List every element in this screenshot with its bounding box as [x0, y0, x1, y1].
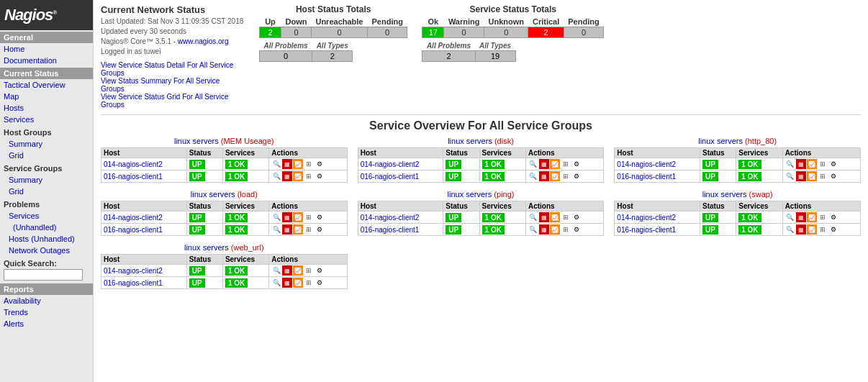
group-name-link[interactable]: linux servers	[702, 190, 747, 199]
link-service-grid[interactable]: View Service Status Grid For All Service…	[101, 93, 245, 109]
trend-icon[interactable]: 📈	[807, 159, 817, 169]
group-name-link[interactable]: linux servers	[191, 190, 235, 199]
sidebar-item-problems-unhandled[interactable]: (Unhandled)	[0, 222, 93, 233]
sidebar-item-hostgroups-summary[interactable]: Summary	[0, 138, 93, 150]
trend-icon[interactable]: 📈	[550, 212, 560, 222]
host-link[interactable]: 014-nagios-client2	[361, 160, 420, 168]
chart-icon[interactable]: ▦	[282, 171, 292, 181]
chart-icon[interactable]: ▦	[539, 171, 549, 181]
host-val-pending[interactable]: 0	[367, 27, 407, 38]
svc-val-pending[interactable]: 0	[564, 27, 603, 38]
config-icon[interactable]: ⚙	[828, 171, 838, 181]
chart-icon[interactable]: ▦	[282, 159, 292, 169]
grid-icon[interactable]: ⊞	[304, 159, 314, 169]
chart-icon[interactable]: ▦	[796, 224, 806, 235]
chart-icon[interactable]: ▦	[796, 159, 806, 169]
config-icon[interactable]: ⚙	[828, 159, 838, 169]
trend-icon[interactable]: 📈	[293, 278, 303, 288]
trend-icon[interactable]: 📈	[293, 159, 303, 169]
config-icon[interactable]: ⚙	[315, 171, 325, 181]
svc-val-critical[interactable]: 2	[528, 27, 564, 38]
host-link[interactable]: 016-nagios-client1	[617, 173, 676, 181]
services-badge[interactable]: 1 OK	[225, 213, 248, 222]
chart-icon[interactable]: ▦	[539, 212, 549, 222]
config-icon[interactable]: ⚙	[315, 278, 325, 288]
search-icon[interactable]: 🔍	[528, 212, 538, 222]
services-badge[interactable]: 1 OK	[482, 213, 505, 222]
search-icon[interactable]: 🔍	[785, 171, 795, 181]
group-name-link[interactable]: linux servers	[698, 137, 743, 145]
host-link[interactable]: 016-nagios-client1	[104, 226, 163, 234]
services-badge[interactable]: 1 OK	[482, 160, 505, 169]
host-link[interactable]: 016-nagios-client1	[361, 173, 420, 181]
trend-icon[interactable]: 📈	[293, 265, 303, 276]
grid-icon[interactable]: ⊞	[304, 171, 314, 181]
sidebar-item-tactical-overview[interactable]: Tactical Overview	[0, 79, 93, 91]
search-icon[interactable]: 🔍	[271, 224, 281, 235]
sidebar-item-servicegroups-grid[interactable]: Grid	[0, 186, 93, 197]
host-link[interactable]: 016-nagios-client1	[361, 226, 420, 234]
chart-icon[interactable]: ▦	[282, 224, 292, 235]
sidebar-item-network-outages[interactable]: Network Outages	[0, 245, 93, 256]
grid-icon[interactable]: ⊞	[818, 171, 828, 181]
svc-sub-val-problems[interactable]: 2	[422, 51, 475, 62]
host-link[interactable]: 014-nagios-client2	[617, 214, 676, 222]
grid-icon[interactable]: ⊞	[304, 265, 314, 276]
trend-icon[interactable]: 📈	[807, 171, 817, 181]
host-val-up[interactable]: 2	[260, 27, 281, 38]
host-link[interactable]: 014-nagios-client2	[361, 214, 420, 222]
services-badge[interactable]: 1 OK	[482, 225, 505, 235]
trend-icon[interactable]: 📈	[807, 212, 817, 222]
services-badge[interactable]: 1 OK	[225, 278, 248, 288]
sidebar-item-hosts-unhandled[interactable]: Hosts (Unhandled)	[0, 233, 93, 245]
trend-icon[interactable]: 📈	[293, 212, 303, 222]
config-icon[interactable]: ⚙	[315, 212, 325, 222]
sidebar-item-map[interactable]: Map	[0, 91, 93, 102]
trend-icon[interactable]: 📈	[550, 159, 560, 169]
config-icon[interactable]: ⚙	[571, 224, 582, 235]
search-icon[interactable]: 🔍	[785, 159, 795, 169]
sidebar-item-hostgroups-grid[interactable]: Grid	[0, 150, 93, 161]
host-link[interactable]: 014-nagios-client2	[104, 267, 163, 275]
grid-icon[interactable]: ⊞	[561, 212, 571, 222]
sidebar-item-services[interactable]: Services	[0, 114, 93, 125]
search-icon[interactable]: 🔍	[528, 159, 538, 169]
chart-icon[interactable]: ▦	[796, 212, 806, 222]
search-icon[interactable]: 🔍	[271, 159, 281, 169]
grid-icon[interactable]: ⊞	[304, 278, 314, 288]
search-icon[interactable]: 🔍	[271, 265, 281, 276]
grid-icon[interactable]: ⊞	[304, 224, 314, 235]
group-name-link[interactable]: linux servers	[448, 137, 492, 145]
trend-icon[interactable]: 📈	[550, 171, 560, 181]
grid-icon[interactable]: ⊞	[818, 159, 828, 169]
host-val-unreachable[interactable]: 0	[311, 27, 367, 38]
chart-icon[interactable]: ▦	[282, 212, 292, 222]
search-icon[interactable]: 🔍	[271, 278, 281, 288]
group-name-link[interactable]: linux servers	[184, 243, 229, 252]
config-icon[interactable]: ⚙	[315, 265, 325, 276]
host-link[interactable]: 016-nagios-client1	[104, 173, 163, 181]
services-badge[interactable]: 1 OK	[225, 160, 248, 169]
chart-icon[interactable]: ▦	[796, 171, 806, 181]
trend-icon[interactable]: 📈	[293, 171, 303, 181]
grid-icon[interactable]: ⊞	[818, 224, 828, 235]
trend-icon[interactable]: 📈	[293, 224, 303, 235]
config-icon[interactable]: ⚙	[315, 159, 325, 169]
services-badge[interactable]: 1 OK	[738, 160, 761, 169]
config-icon[interactable]: ⚙	[571, 159, 582, 169]
search-icon[interactable]: 🔍	[785, 212, 795, 222]
sidebar-item-problems-services[interactable]: Services	[0, 210, 93, 222]
services-badge[interactable]: 1 OK	[225, 225, 248, 235]
config-icon[interactable]: ⚙	[828, 212, 838, 222]
search-icon[interactable]: 🔍	[271, 171, 281, 181]
services-badge[interactable]: 1 OK	[738, 213, 761, 222]
grid-icon[interactable]: ⊞	[304, 212, 314, 222]
grid-icon[interactable]: ⊞	[561, 159, 571, 169]
host-link[interactable]: 016-nagios-client1	[617, 226, 676, 234]
trend-icon[interactable]: 📈	[807, 224, 817, 235]
sidebar-item-servicegroups-summary[interactable]: Summary	[0, 174, 93, 186]
config-icon[interactable]: ⚙	[315, 224, 325, 235]
group-name-link[interactable]: linux servers	[174, 137, 219, 145]
sidebar-item-home[interactable]: Home	[0, 43, 93, 55]
services-badge[interactable]: 1 OK	[738, 225, 761, 235]
